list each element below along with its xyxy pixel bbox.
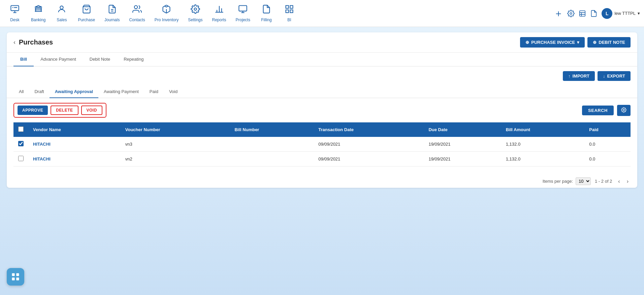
svg-point-19 — [570, 12, 572, 14]
tab-debit-note[interactable]: Debit Note — [83, 53, 117, 66]
page-title: Purchases — [19, 38, 520, 46]
bi-icon — [285, 4, 294, 16]
delete-button[interactable]: DELETE — [51, 106, 78, 115]
nav-label-projects: Projects — [236, 18, 250, 22]
nav-item-contacts[interactable]: Contacts — [125, 2, 149, 25]
nav-item-settings[interactable]: Settings — [184, 2, 206, 25]
action-buttons-group: APPROVE DELETE VOID — [13, 103, 106, 118]
col-bill-number: Bill Number — [230, 122, 314, 137]
per-page-select[interactable]: 10 25 50 — [576, 177, 591, 185]
export-button[interactable]: ↓ EXPORT — [598, 71, 631, 81]
status-tab-void[interactable]: Void — [164, 86, 183, 98]
nav-label-desk: Desk — [10, 18, 19, 22]
reports-icon — [215, 4, 224, 16]
debit-note-button[interactable]: ⊕ DEBIT NOTE — [587, 37, 631, 48]
col-paid: Paid — [584, 122, 631, 137]
settings-icon — [191, 4, 200, 16]
svg-rect-16 — [290, 6, 293, 8]
user-name: lew TTTPL — [614, 11, 636, 16]
projects-icon — [238, 4, 248, 16]
tab-repeating[interactable]: Repeating — [117, 53, 150, 66]
status-tab-awaiting-payment[interactable]: Awaiting Payment — [98, 86, 144, 98]
row-vendor: HITACHI — [28, 137, 121, 152]
main-tabs: Bill Advance Payment Debit Note Repeatin… — [7, 53, 637, 66]
svg-point-24 — [623, 109, 624, 111]
select-all-checkbox[interactable] — [18, 126, 24, 132]
col-checkbox — [13, 122, 28, 137]
nav-label-purchase: Purchase — [78, 18, 95, 22]
nav-item-banking[interactable]: Banking — [27, 2, 50, 25]
table-icon[interactable] — [579, 10, 586, 17]
filling-icon — [262, 4, 271, 16]
top-nav: Desk Banking Sales Purchase — [0, 0, 644, 27]
nav-item-journals[interactable]: Journals — [100, 2, 124, 25]
nav-item-projects[interactable]: Projects — [232, 2, 254, 25]
table-row: HITACHI vn3 09/09/2021 19/09/2021 1,132.… — [13, 137, 631, 152]
tab-bill[interactable]: Bill — [13, 53, 34, 66]
tab-advance-payment[interactable]: Advance Payment — [34, 53, 83, 66]
svg-rect-20 — [580, 10, 585, 16]
void-button[interactable]: VOID — [81, 106, 102, 115]
avatar: L — [602, 8, 612, 19]
row-paid: 0.0 — [584, 152, 631, 167]
row-bill-amount: 1,132.0 — [501, 152, 585, 167]
svg-rect-15 — [286, 6, 288, 8]
nav-label-settings: Settings — [188, 18, 202, 22]
col-transaction-date: Transaction Date — [314, 122, 424, 137]
purchase-icon — [82, 4, 91, 16]
dropdown-arrow-icon: ▾ — [577, 40, 579, 45]
sales-icon — [57, 4, 66, 16]
nav-item-filling[interactable]: Filling — [256, 2, 277, 25]
approve-button[interactable]: APPROVE — [18, 106, 48, 115]
search-button[interactable]: SEARCH — [582, 106, 614, 115]
prev-page-button[interactable]: ‹ — [616, 178, 622, 185]
pro-inventory-icon — [162, 4, 171, 16]
status-tab-paid[interactable]: Paid — [144, 86, 164, 98]
import-icon: ↑ — [568, 73, 571, 79]
row-checkbox[interactable] — [18, 141, 24, 146]
nav-label-filling: Filling — [261, 18, 271, 22]
svg-point-7 — [194, 8, 196, 10]
banking-icon — [34, 4, 43, 16]
nav-item-reports[interactable]: Reports — [208, 2, 230, 25]
action-row: APPROVE DELETE VOID SEARCH — [7, 98, 637, 122]
nav-item-purchase[interactable]: Purchase — [74, 2, 99, 25]
document-icon[interactable] — [590, 10, 598, 17]
grid-icon — [11, 272, 20, 282]
svg-rect-25 — [12, 273, 15, 276]
export-label: EXPORT — [607, 73, 625, 79]
table-row: HITACHI vn2 09/09/2021 19/09/2021 1,132.… — [13, 152, 631, 167]
plus-circle-icon: ⊕ — [525, 40, 529, 45]
add-button[interactable]: ＋ — [554, 7, 563, 20]
table-settings-button[interactable] — [617, 105, 631, 116]
row-checkbox[interactable] — [18, 156, 24, 161]
row-transaction-date: 09/09/2021 — [314, 137, 424, 152]
row-checkbox-cell — [13, 152, 28, 167]
svg-rect-12 — [239, 6, 247, 11]
user-badge[interactable]: L lew TTTPL ▾ — [602, 8, 640, 19]
svg-rect-26 — [16, 273, 19, 276]
status-tab-awaiting-approval[interactable]: Awaiting Approval — [50, 86, 98, 98]
nav-label-sales: Sales — [57, 18, 67, 22]
nav-item-bi[interactable]: BI — [279, 2, 300, 25]
nav-item-sales[interactable]: Sales — [51, 2, 72, 25]
row-voucher-number: vn3 — [121, 137, 230, 152]
next-page-button[interactable]: › — [625, 178, 631, 185]
vendor-link[interactable]: HITACHI — [33, 142, 51, 147]
status-tab-all[interactable]: All — [13, 86, 29, 98]
nav-label-pro-inventory: Pro Inventory — [155, 18, 179, 22]
import-label: IMPORT — [572, 73, 589, 79]
purchase-invoice-button[interactable]: ⊕ PURCHASE INVOICE ▾ — [520, 37, 585, 48]
nav-actions: ＋ L lew TTTPL ▾ — [554, 7, 640, 20]
nav-item-pro-inventory[interactable]: Pro Inventory — [151, 2, 183, 25]
import-button[interactable]: ↑ IMPORT — [563, 71, 595, 81]
nav-item-desk[interactable]: Desk — [4, 2, 26, 25]
gear-action-icon[interactable] — [567, 10, 575, 17]
svg-point-1 — [60, 6, 63, 9]
back-button[interactable]: ‹ — [13, 39, 15, 46]
toolbar: ↑ IMPORT ↓ EXPORT — [7, 66, 637, 86]
vendor-link[interactable]: HITACHI — [33, 156, 51, 161]
export-icon: ↓ — [603, 73, 605, 79]
status-tab-draft[interactable]: Draft — [29, 86, 49, 98]
bottom-app-icon[interactable] — [7, 268, 24, 286]
